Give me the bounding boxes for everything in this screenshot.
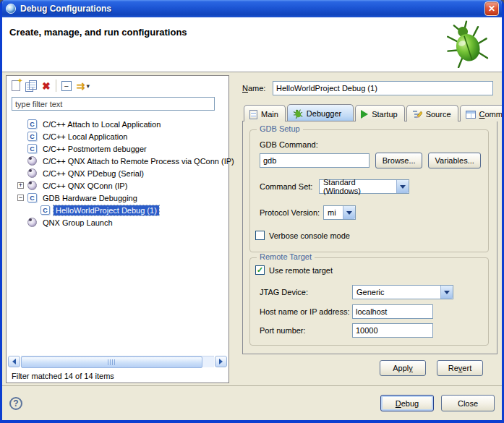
tab-folder: Main <box>242 104 497 354</box>
new-configuration-button[interactable]: ✦ <box>12 80 20 93</box>
tab-common[interactable]: Common <box>460 105 504 121</box>
gdb-command-input[interactable] <box>260 153 370 168</box>
help-icon: ? <box>13 398 18 409</box>
tree-item-helloworld-debug[interactable]: C HelloWorldProject Debug (1) <box>8 204 227 216</box>
duplicate-configuration-button[interactable] <box>25 80 37 93</box>
apply-button[interactable]: Apply <box>380 360 426 376</box>
filter-text-input[interactable] <box>12 97 215 111</box>
tree-item-qnx-pdebug[interactable]: C/C++ QNX PDebug (Serial) <box>8 167 227 179</box>
use-remote-target-checkbox[interactable]: ✓ <box>255 265 265 275</box>
scrollbar-thumb[interactable] <box>21 356 202 368</box>
dialog-header: Create, manage, and run configurations <box>2 17 502 72</box>
configurations-toolbar: ✦ ✖ − ⇉ ▾ <box>7 76 228 95</box>
configuration-form: Name: Main <box>237 72 499 385</box>
name-row: Name: <box>242 81 493 95</box>
source-tab-icon <box>412 110 422 119</box>
filter-menu-caret-icon: ▾ <box>86 82 90 90</box>
toolbar-separator <box>56 80 56 92</box>
scroll-left-icon <box>12 359 16 364</box>
chevron-down-icon <box>440 286 453 299</box>
dialog-button-bar: ? Debug Close <box>2 385 502 420</box>
remote-target-group-title: Remote Target <box>257 252 315 261</box>
duplicate-icon <box>25 80 37 92</box>
command-set-dropdown[interactable]: Standard (Windows) <box>319 179 409 194</box>
tab-main[interactable]: Main <box>244 105 286 121</box>
close-window-button[interactable]: ✕ <box>484 1 499 16</box>
chevron-down-icon <box>343 206 355 219</box>
c-config-icon: C <box>27 119 37 129</box>
tab-bar: Main <box>242 104 497 121</box>
delete-configuration-button[interactable]: ✖ <box>42 80 51 93</box>
close-button[interactable]: Close <box>441 395 495 411</box>
tab-debugger[interactable]: Debugger <box>287 104 354 121</box>
scroll-right-button[interactable] <box>215 356 227 367</box>
tree-item-qnx-attach-remote[interactable]: C/C++ QNX Attach to Remote Process via Q… <box>8 155 227 167</box>
scroll-left-button[interactable] <box>8 356 20 367</box>
port-number-input[interactable] <box>352 323 433 338</box>
qnx-config-icon <box>27 218 37 227</box>
configuration-name-input[interactable] <box>273 81 493 95</box>
configurations-panel: ✦ ✖ − ⇉ ▾ C <box>6 75 229 383</box>
verbose-console-checkbox[interactable] <box>255 231 265 240</box>
protocol-version-label: Protocol Version: <box>260 208 323 217</box>
tree-horizontal-scrollbar[interactable] <box>8 355 227 367</box>
common-tab-icon <box>466 111 476 119</box>
gdb-setup-group-title: GDB Setup <box>257 124 303 133</box>
filter-launch-configurations-button[interactable]: ⇉ ▾ <box>77 80 90 93</box>
thumb-grip <box>108 359 116 365</box>
debug-configurations-dialog: Debug Configurations ✕ Create, manage, a… <box>0 0 504 423</box>
c-config-icon: C <box>27 144 37 153</box>
main-tab-icon <box>249 110 257 119</box>
c-config-icon: C <box>27 193 37 202</box>
tab-startup[interactable]: Startup <box>355 105 404 121</box>
tree-item-local-application[interactable]: C C/C++ Local Application <box>8 130 227 142</box>
help-button[interactable]: ? <box>9 397 22 410</box>
tree-item-gdb-hardware[interactable]: − C GDB Hardware Debugging <box>8 192 227 204</box>
expand-icon[interactable]: + <box>17 182 24 189</box>
startup-tab-icon <box>361 110 368 119</box>
window-title: Debug Configurations <box>20 4 484 14</box>
command-set-label: Command Set: <box>260 182 319 191</box>
name-label: Name: <box>242 84 273 93</box>
scrollbar-track[interactable] <box>21 356 214 367</box>
verbose-console-label: Verbose console mode <box>269 231 350 240</box>
tree-item-attach-local[interactable]: C C/C++ Attach to Local Application <box>8 118 227 130</box>
new-configuration-icon: ✦ <box>12 80 20 91</box>
bug-logo-icon <box>445 20 489 69</box>
check-icon: ✓ <box>257 266 263 274</box>
qnx-config-icon <box>27 156 37 166</box>
debug-button[interactable]: Debug <box>380 395 434 411</box>
close-icon: ✕ <box>488 4 495 14</box>
protocol-version-dropdown[interactable]: mi <box>323 205 356 220</box>
gdb-setup-group: GDB Setup GDB Command: Browse... Variabl… <box>249 129 489 252</box>
scroll-right-icon <box>219 359 223 364</box>
filter-status-text: Filter matched 14 of 14 items <box>12 372 114 380</box>
c-config-icon: C <box>27 132 37 141</box>
browse-button[interactable]: Browse... <box>375 153 422 168</box>
delete-icon: ✖ <box>42 80 51 92</box>
debugger-tab-content: GDB Setup GDB Command: Browse... Variabl… <box>242 121 497 354</box>
gdb-command-label: GDB Command: <box>260 140 318 149</box>
title-bar: Debug Configurations ✕ <box>2 0 502 17</box>
remote-target-group: Remote Target ✓ Use remote target JTAG D… <box>249 257 489 346</box>
apply-revert-row: Apply Revert <box>380 360 483 376</box>
app-icon <box>6 4 16 14</box>
collapse-all-button[interactable]: − <box>61 80 72 93</box>
qnx-config-icon <box>27 168 37 178</box>
c-config-icon: C <box>40 205 50 215</box>
tab-source[interactable]: Source <box>406 105 458 121</box>
use-remote-target-label: Use remote target <box>269 266 333 275</box>
jtag-device-dropdown[interactable]: Generic <box>352 285 453 299</box>
collapse-all-icon: − <box>61 81 72 91</box>
chevron-down-icon <box>396 180 409 193</box>
tree-item-qnx-qconn[interactable]: + C/C++ QNX QConn (IP) <box>8 179 227 192</box>
jtag-device-label: JTAG Device: <box>260 288 352 296</box>
revert-button[interactable]: Revert <box>437 360 483 376</box>
tree-item-qnx-group-launch[interactable]: QNX Group Launch <box>8 216 227 228</box>
configurations-tree: C C/C++ Attach to Local Application C C/… <box>7 114 228 228</box>
tree-item-postmortem[interactable]: C C/C++ Postmortem debugger <box>8 142 227 155</box>
variables-button[interactable]: Variables... <box>428 153 481 168</box>
host-name-input[interactable] <box>352 304 433 319</box>
debugger-tab-bug-icon <box>293 108 303 119</box>
collapse-icon[interactable]: − <box>17 195 24 201</box>
